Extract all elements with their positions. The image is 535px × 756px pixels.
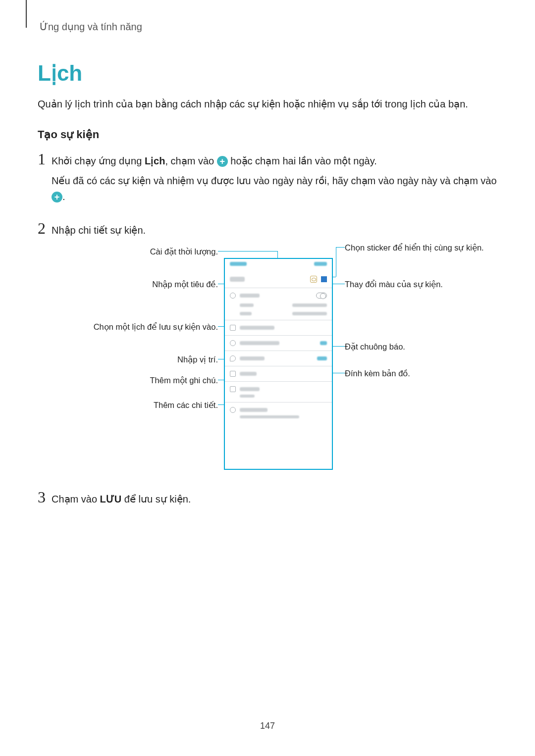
mockup-alarm-row <box>225 338 332 349</box>
save-label: LƯU <box>100 494 122 504</box>
page-title: Lịch <box>38 60 497 86</box>
step-2: 2 Nhập chi tiết sự kiện. Cài đặt thời lư… <box>38 220 497 477</box>
blur <box>240 341 279 345</box>
step-number: 2 <box>38 220 52 236</box>
mockup-note-row <box>225 368 332 379</box>
text: . <box>62 191 65 202</box>
step-1-line-2: Nếu đã có các sự kiện và nhiệm vụ được l… <box>52 173 497 204</box>
blur <box>240 395 255 398</box>
mockup-repeat-sub <box>225 395 332 400</box>
allday-blur <box>240 294 260 298</box>
blur <box>240 303 254 307</box>
callout-sticker: Chọn sticker để hiển thị cùng sự kiện. <box>345 242 493 253</box>
blur <box>240 415 299 418</box>
blur <box>292 312 327 315</box>
step-2-text: Nhập chi tiết sự kiện. <box>52 222 507 238</box>
mockup-start-row <box>225 301 332 309</box>
title-blur <box>230 277 245 282</box>
blur <box>240 326 274 330</box>
mockup-calendar-row <box>225 322 332 333</box>
callout-title-input: Nhập một tiêu đề. <box>69 279 218 290</box>
mockup-tz-sub <box>225 415 332 421</box>
calendar-icon <box>230 325 236 331</box>
cancel-text <box>230 262 247 266</box>
callout-map: Đính kèm bản đồ. <box>345 368 493 379</box>
steps-list: 1 Khởi chạy ứng dụng Lịch, chạm vào + ho… <box>38 151 497 511</box>
blur <box>292 303 327 307</box>
save-text <box>314 262 327 266</box>
blur <box>320 341 327 345</box>
mockup-end-row <box>225 309 332 318</box>
map-link <box>317 356 327 360</box>
text: , chạm vào <box>165 155 216 166</box>
callout-note: Thêm một ghi chú. <box>89 375 218 386</box>
bell-icon <box>230 340 236 346</box>
toggle <box>316 293 327 299</box>
text: hoặc chạm hai lần vào một ngày. <box>228 155 377 166</box>
mockup-topbar <box>225 259 332 273</box>
mockup-title-row <box>225 273 332 286</box>
pin-icon <box>230 355 236 361</box>
color-square <box>321 276 327 282</box>
callout-color: Thay đổi màu của sự kiện. <box>345 279 493 290</box>
callout-details: Thêm các chi tiết. <box>89 400 218 410</box>
app-name: Lịch <box>145 155 165 166</box>
text: để lưu sự kiện. <box>121 494 191 504</box>
mockup-timezone-row <box>225 404 332 415</box>
step-1: 1 Khởi chạy ứng dụng Lịch, chạm vào + ho… <box>38 151 497 208</box>
lead-line <box>336 247 336 277</box>
callout-location: Nhập vị trí. <box>109 354 218 365</box>
blur <box>240 387 260 391</box>
callout-alarm: Đặt chuông báo. <box>345 341 493 352</box>
sticker-icon <box>310 276 317 283</box>
mockup-allday-row <box>225 290 332 301</box>
globe-icon <box>230 407 236 413</box>
step-3: 3 Chạm vào LƯU để lưu sự kiện. <box>38 489 497 511</box>
lead-line <box>336 247 345 248</box>
mockup-repeat-row <box>225 384 332 395</box>
side-rule <box>26 0 27 28</box>
callout-duration: Cài đặt thời lượng. <box>69 246 218 257</box>
text: Nếu đã có các sự kiện và nhiệm vụ được l… <box>52 175 497 186</box>
text: Chạm vào <box>52 494 100 504</box>
blur <box>240 408 268 412</box>
page-number: 147 <box>0 721 535 731</box>
text: Khởi chạy ứng dụng <box>52 155 145 166</box>
blur <box>240 356 265 360</box>
clock-icon <box>230 293 236 299</box>
phone-mockup <box>224 258 333 470</box>
plus-icon: + <box>217 156 228 167</box>
step-number: 3 <box>38 489 52 505</box>
mockup-location-row <box>225 353 332 364</box>
note-icon <box>230 371 236 377</box>
callout-calendar: Chọn một lịch để lưu sự kiện vào. <box>55 321 218 332</box>
repeat-icon <box>230 386 236 392</box>
section-heading: Tạo sự kiện <box>38 128 497 141</box>
step-1-line-1: Khởi chạy ứng dụng Lịch, chạm vào + hoặc… <box>52 153 497 169</box>
step-3-text: Chạm vào LƯU để lưu sự kiện. <box>52 491 191 507</box>
step-number: 1 <box>38 151 52 167</box>
intro-text: Quản lý lịch trình của bạn bằng cách nhậ… <box>38 97 497 111</box>
lead-line <box>218 251 277 252</box>
blur <box>240 372 257 376</box>
event-editor-diagram: Cài đặt thời lượng. Nhập một tiêu đề. Ch… <box>50 242 507 477</box>
breadcrumb: Ứng dụng và tính năng <box>40 21 497 33</box>
plus-icon: + <box>52 192 62 202</box>
blur <box>240 312 252 315</box>
